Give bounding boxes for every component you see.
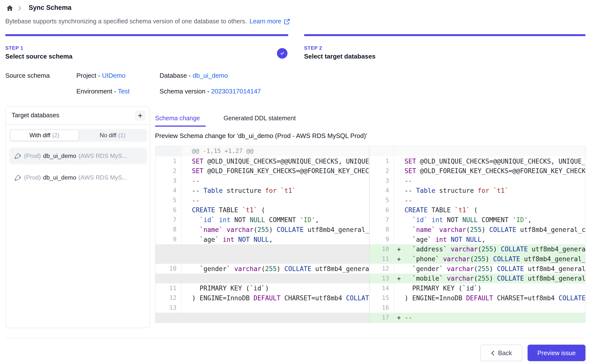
tab-with-diff[interactable]: With diff (2) (10, 130, 79, 141)
diff-line-number: 3 (370, 176, 394, 186)
diff-code-line: `mobile` varchar(255) COLLATE utf8mb4_ge… (394, 273, 585, 283)
target-databases-title: Target databases (12, 112, 59, 119)
mysql-dolphin-icon (14, 152, 22, 160)
source-version-field: Schema version - 20230317014147 (160, 88, 261, 96)
diff-code-line: `name` varchar(255) COLLATE utf8mb4_gene… (394, 225, 585, 235)
diff-line-number: 5 (370, 196, 394, 205)
diff-line-number: 4 (155, 186, 181, 196)
diff-row: 1316 (155, 303, 585, 313)
diff-code-line (181, 254, 370, 264)
diff-code-line: CREATE TABLE `t1` ( (181, 205, 370, 215)
diff-line-number: 10 (155, 264, 181, 274)
diff-row: 3--3-- (155, 176, 585, 186)
footer-divider (5, 338, 585, 338)
with-diff-count: (2) (52, 132, 59, 139)
active-tab-underline (155, 125, 206, 127)
back-button[interactable]: Back (480, 345, 522, 361)
diff-line-number: 9 (155, 235, 181, 244)
diff-row: 11 PRIMARY KEY (`id`)14 PRIMARY KEY (`id… (155, 283, 585, 293)
diff-code-line: CREATE TABLE `t1` ( (394, 205, 585, 215)
diff-row: 10 `gender` varchar(255) COLLATE utf8mb4… (155, 264, 585, 274)
diff-code-line: -- (394, 176, 585, 186)
diff-code-line: ) ENGINE=InnoDB DEFAULT CHARSET=utf8mb4 … (394, 293, 585, 303)
database-link[interactable]: db_ui_demo (193, 72, 228, 79)
diff-code-line: SET @OLD_FOREIGN_KEY_CHECKS=@@FOREIGN_KE… (394, 166, 585, 176)
added-line-marker: + (397, 254, 401, 264)
diff-code-line (181, 273, 370, 283)
diff-code-line: --+ (394, 313, 585, 322)
diff-line-number: 12 (155, 293, 181, 303)
diff-line-number (155, 254, 181, 264)
diff-row: 1SET @OLD_UNIQUE_CHECKS=@@UNIQUE_CHECKS,… (155, 156, 585, 166)
step1-label: STEP 1 (5, 45, 23, 51)
diff-line-number: 6 (370, 205, 394, 215)
diff-row: 4-- Table structure for `t1`4-- Table st… (155, 186, 585, 196)
home-icon[interactable] (6, 4, 14, 13)
diff-line-number: 1 (155, 156, 181, 166)
step2-title: Select target databases (304, 53, 376, 61)
diff-code-line: `phone` varchar(255) COLLATE utf8mb4_gen… (394, 254, 585, 264)
diff-code-line (181, 313, 370, 322)
diff-line-number: 11 (370, 254, 394, 264)
diff-line-number: 7 (370, 215, 394, 225)
diff-row: 5--5-- (155, 196, 585, 205)
tab-schema-change[interactable]: Schema change (155, 115, 200, 122)
diff-code-line: SET @OLD_UNIQUE_CHECKS=@@UNIQUE_CHECKS, … (394, 156, 585, 166)
source-project-field: Project - UIDemo (76, 72, 125, 80)
diff-code-line: ) ENGINE=InnoDB DEFAULT CHARSET=utf8mb4 … (181, 293, 370, 303)
diff-line-number: 9 (370, 235, 394, 244)
diff-line-number: 8 (370, 225, 394, 235)
diff-line-number: 1 (370, 156, 394, 166)
diff-row: 13 `mobile` varchar(255) COLLATE utf8mb4… (155, 273, 585, 283)
tab-generated-ddl[interactable]: Generated DDL statement (224, 115, 296, 122)
diff-line-number: 16 (370, 303, 394, 313)
add-target-database-button[interactable]: + (135, 110, 145, 121)
diff-row: 7 `id` int NOT NULL COMMENT 'ID',7 `id` … (155, 215, 585, 225)
sync-schema-page: Sync Schema Bytebase supports synchroniz… (0, 0, 590, 364)
added-line-marker: + (397, 244, 401, 254)
diff-line-number: 11 (155, 283, 181, 293)
check-icon (279, 50, 285, 56)
preview-issue-button[interactable]: Preview issue (527, 345, 585, 361)
diff-row: 8 `name` varchar(255) COLLATE utf8mb4_ge… (155, 225, 585, 235)
diff-line-number: 14 (370, 283, 394, 293)
diff-line-number (155, 146, 181, 156)
diff-line-number: 3 (155, 176, 181, 186)
diff-code-line: -- (394, 196, 585, 205)
panel-divider (6, 124, 150, 125)
diff-code-line: PRIMARY KEY (`id`) (181, 283, 370, 293)
page-description: Bytebase supports synchronizing a specif… (5, 18, 247, 25)
diff-row: 11 `phone` varchar(255) COLLATE utf8mb4_… (155, 254, 585, 264)
diff-row: 2SET @OLD_FOREIGN_KEY_CHECKS=@@FOREIGN_K… (155, 166, 585, 176)
diff-code-line: `gender` varchar(255) COLLATE utf8mb4_ge… (181, 264, 370, 274)
diff-row: 6CREATE TABLE `t1` (6CREATE TABLE `t1` ( (155, 205, 585, 215)
diff-code-line: -- (181, 196, 370, 205)
schema-version-link[interactable]: 20230317014147 (211, 88, 261, 95)
project-link[interactable]: UIDemo (102, 72, 125, 79)
target-databases-panel: Target databases + With diff (2) No diff… (5, 106, 150, 328)
diff-code-line (394, 146, 585, 156)
diff-line-number: 13 (370, 273, 394, 283)
diff-code-line: `id` int NOT NULL COMMENT 'ID', (394, 215, 585, 225)
schema-diff-view[interactable]: @@ -1,15 +1,27 @@1SET @OLD_UNIQUE_CHECKS… (155, 146, 586, 323)
chevron-left-icon (491, 350, 495, 355)
target-database-item[interactable]: (Prod) db_ui_demo (AWS RDS MyS... (9, 169, 147, 186)
tab-no-diff[interactable]: No diff (1) (79, 130, 146, 141)
diff-code-line (394, 303, 585, 313)
diff-code-line: -- (181, 176, 370, 186)
diff-row: 10 `address` varchar(255) COLLATE utf8mb… (155, 244, 585, 254)
diff-code-line: SET @OLD_UNIQUE_CHECKS=@@UNIQUE_CHECKS, … (181, 156, 370, 166)
learn-more-link[interactable]: Learn more (249, 18, 281, 25)
diff-line-number: 6 (155, 205, 181, 215)
step1-progress-bar (5, 34, 288, 36)
diff-code-line: `name` varchar(255) COLLATE utf8mb4_gene… (181, 225, 370, 235)
diff-code-line: -- Table structure for `t1` (394, 186, 585, 196)
diff-line-number: 2 (155, 166, 181, 176)
environment-link[interactable]: Test (118, 88, 130, 95)
diff-row: 17--+ (155, 313, 585, 322)
diff-code-line: PRIMARY KEY (`id`) (394, 283, 585, 293)
diff-line-number (155, 273, 181, 283)
target-database-item[interactable]: (Prod) db_ui_demo (AWS RDS MyS... (9, 148, 147, 164)
diff-code-line: `age` int NOT NULL, (181, 235, 370, 244)
breadcrumb-chevron-icon (18, 6, 22, 11)
